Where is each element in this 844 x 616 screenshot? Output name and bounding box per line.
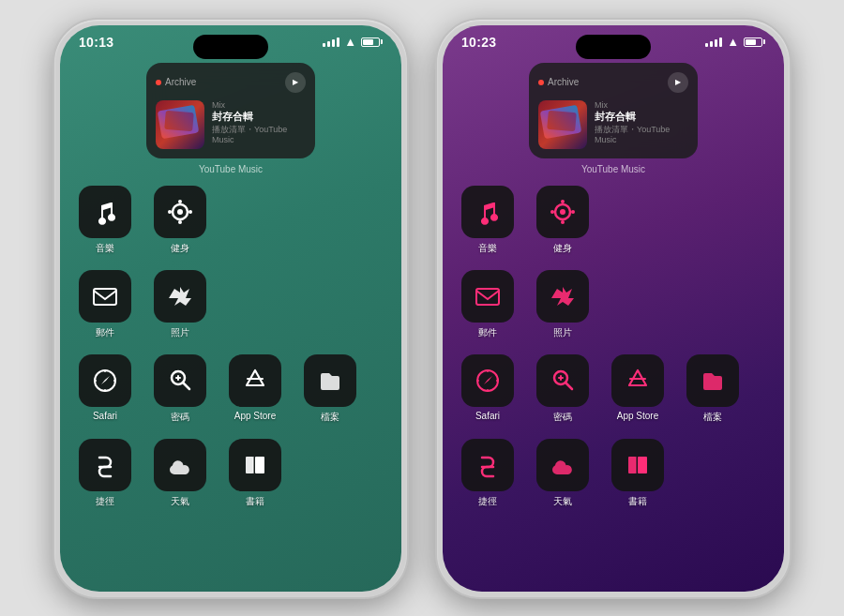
svg-rect-20 (628, 457, 636, 473)
app-item-shortcuts[interactable]: 捷徑 (75, 439, 135, 508)
battery-icon (744, 38, 765, 47)
widget-subtitle: 播放清單・YouTubeMusic (595, 125, 688, 146)
widget-play-button[interactable]: ▶ (285, 72, 306, 93)
svg-point-13 (561, 200, 565, 203)
battery-icon (361, 38, 383, 47)
app-label-shortcuts: 捷徑 (96, 495, 114, 508)
app-item-shortcuts[interactable]: 捷徑 (458, 439, 518, 508)
app-icon-safari (79, 354, 131, 407)
wifi-icon: ▲ (344, 35, 356, 49)
status-time: 10:23 (461, 35, 496, 50)
widget-title-row: Archive (156, 77, 196, 87)
widget-app-name: Archive (165, 77, 196, 87)
dynamic-island (576, 35, 651, 59)
app-label-music: 音樂 (478, 242, 497, 255)
widget-mix-label: Mix (212, 100, 306, 110)
widget-content: Mix 封存合輯 播放清單・YouTubeMusic (156, 100, 306, 149)
app-icon-books (229, 439, 281, 491)
app-label-weather: 天氣 (553, 495, 572, 508)
app-icon-fitness (154, 186, 206, 238)
app-item-photos[interactable]: 照片 (533, 270, 593, 339)
app-label-mail: 郵件 (96, 326, 114, 339)
app-item-photos[interactable]: 照片 (150, 270, 210, 339)
widget-header: Archive ▶ (156, 72, 306, 93)
phone-screen: 10:13 ▲ (60, 25, 401, 592)
app-item-passwords[interactable]: 密碼 (150, 354, 210, 424)
svg-point-4 (168, 210, 172, 214)
app-label-fitness: 健身 (553, 242, 572, 255)
widget-subtitle: 播放清單・YouTubeMusic (212, 125, 306, 146)
widget-info: Mix 封存合輯 播放清單・YouTubeMusic (212, 100, 306, 147)
widget-album-art (156, 100, 204, 149)
app-icon-appstore (229, 354, 281, 407)
app-row-3: Safari 密碼 (75, 354, 386, 424)
now-playing-widget[interactable]: Archive ▶ Mix 封存合輯 播放清單・YouTubeMusic (529, 63, 698, 158)
app-item-safari[interactable]: Safari (458, 354, 518, 424)
widget-container[interactable]: Archive ▶ Mix 封存合輯 播放清單・YouTubeMusic You… (75, 63, 386, 174)
app-label-music: 音樂 (96, 242, 114, 255)
app-icon-passwords (536, 354, 589, 407)
app-item-files[interactable]: 檔案 (683, 354, 743, 424)
widget-play-button[interactable]: ▶ (668, 72, 688, 93)
app-label-books: 書籍 (246, 495, 264, 508)
svg-point-1 (177, 209, 183, 215)
app-item-music[interactable]: 音樂 (458, 186, 518, 255)
widget-app-name: Archive (548, 77, 579, 87)
status-icons: ▲ (323, 35, 383, 49)
app-icon-weather (536, 439, 589, 491)
app-item-appstore[interactable]: App Store (608, 354, 668, 424)
app-label-fitness: 健身 (171, 242, 189, 255)
app-label-photos: 照片 (171, 326, 189, 339)
app-row-4: 捷徑 天氣 (75, 439, 386, 508)
now-playing-widget[interactable]: Archive ▶ Mix 封存合輯 播放清單・YouTubeMusic (146, 63, 315, 158)
app-row-4: 捷徑 天氣 (458, 439, 769, 508)
app-label-files: 檔案 (321, 411, 339, 424)
widget-container[interactable]: Archive ▶ Mix 封存合輯 播放清單・YouTubeMusic You… (458, 63, 769, 174)
svg-rect-21 (638, 457, 647, 473)
wifi-icon: ▲ (727, 35, 739, 49)
app-item-mail[interactable]: 郵件 (75, 270, 135, 339)
svg-point-15 (550, 210, 554, 214)
widget-info: Mix 封存合輯 播放清單・YouTubeMusic (595, 100, 688, 147)
app-label-files: 檔案 (703, 411, 722, 424)
app-label-photos: 照片 (553, 326, 572, 339)
signal-icon (323, 38, 339, 47)
app-icon-safari (461, 354, 514, 407)
app-item-fitness[interactable]: 健身 (150, 186, 210, 255)
app-icon-shortcuts (79, 439, 131, 491)
app-icon-music (461, 186, 514, 238)
app-label-books: 書籍 (628, 495, 647, 508)
app-item-passwords[interactable]: 密碼 (533, 354, 593, 424)
app-row-1: 音樂 健身 (75, 186, 386, 255)
app-grid: 音樂 健身 (443, 186, 784, 508)
app-item-books[interactable]: 書籍 (225, 439, 285, 508)
app-label-shortcuts: 捷徑 (478, 495, 497, 508)
svg-rect-17 (476, 289, 499, 305)
app-label-appstore: App Store (234, 411, 276, 421)
widget-album-art (538, 100, 587, 149)
app-grid: 音樂 健身 (60, 186, 401, 508)
app-item-safari[interactable]: Safari (75, 354, 135, 424)
svg-rect-6 (94, 289, 116, 305)
phone-purple: 10:23 ▲ (435, 18, 791, 599)
app-item-music[interactable]: 音樂 (75, 186, 135, 255)
app-item-files[interactable]: 檔案 (300, 354, 360, 424)
app-item-books[interactable]: 書籍 (608, 439, 668, 508)
dynamic-island (193, 35, 268, 59)
phone-green: 10:13 ▲ (53, 18, 409, 599)
app-item-fitness[interactable]: 健身 (533, 186, 593, 255)
app-item-weather[interactable]: 天氣 (533, 439, 593, 508)
status-icons: ▲ (705, 35, 765, 49)
app-label-weather: 天氣 (171, 495, 189, 508)
app-icon-music (79, 186, 131, 238)
app-item-weather[interactable]: 天氣 (150, 439, 210, 508)
svg-point-12 (560, 209, 565, 215)
svg-rect-10 (255, 457, 264, 473)
app-icon-photos (536, 270, 589, 323)
svg-rect-9 (246, 457, 253, 473)
app-item-mail[interactable]: 郵件 (458, 270, 518, 339)
app-row-2: 郵件 照片 (458, 270, 769, 339)
widget-content: Mix 封存合輯 播放清單・YouTubeMusic (538, 100, 688, 149)
widget-song-title: 封存合輯 (212, 110, 306, 123)
app-item-appstore[interactable]: App Store (225, 354, 285, 424)
